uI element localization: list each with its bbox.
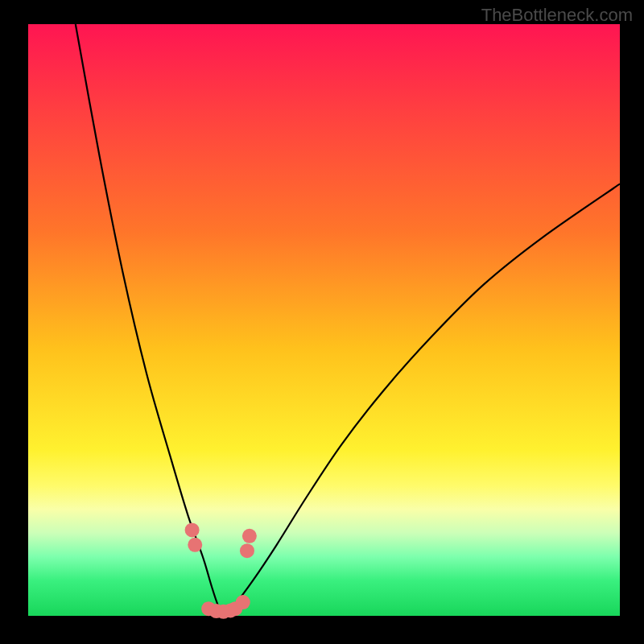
valley-dot <box>236 595 250 609</box>
valley-dot <box>188 538 202 552</box>
valley-dot <box>240 543 254 558</box>
watermark-text: TheBottleneck.com <box>481 5 633 26</box>
curve-right-branch <box>224 184 620 616</box>
curve-left-branch <box>76 24 224 616</box>
valley-dot <box>242 529 257 543</box>
bottleneck-chart <box>28 24 620 616</box>
valley-dot <box>185 522 200 537</box>
